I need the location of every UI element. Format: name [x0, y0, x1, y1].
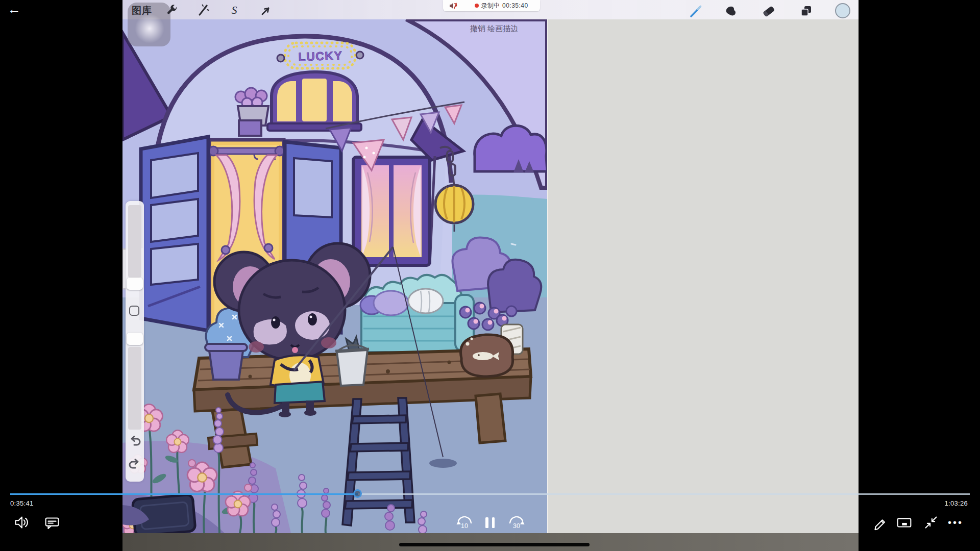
magic-wand-icon: [197, 4, 210, 17]
timeline-scrubber[interactable]: [353, 489, 362, 498]
opacity-track: [128, 347, 141, 430]
collapse-button[interactable]: [921, 512, 941, 533]
video-player-root: { "player": { "current_time": "0:35:41",…: [0, 0, 980, 551]
color-swatch-button[interactable]: [834, 2, 851, 19]
recording-bottom-strip: [122, 533, 859, 551]
pencil-icon: [870, 513, 889, 532]
pause-button[interactable]: [480, 512, 500, 533]
brush-size-track: [128, 205, 141, 278]
transform-button[interactable]: [257, 2, 274, 19]
actions-button[interactable]: [163, 2, 181, 19]
paint-brush-icon: [688, 4, 702, 18]
captions-button[interactable]: [42, 512, 62, 533]
eraser-icon: [762, 4, 776, 18]
current-time-label: 0:35:41: [10, 499, 33, 507]
selection-button[interactable]: S: [226, 2, 243, 19]
muted-mic-icon: [449, 2, 457, 10]
procreate-sidebar: [126, 201, 144, 482]
captions-icon: [42, 513, 62, 532]
exit-fullscreen-icon: [921, 513, 941, 532]
skip-forward-button[interactable]: 30: [506, 512, 527, 533]
edit-pencil-button[interactable]: [869, 512, 890, 533]
back-arrow-icon: ←: [8, 2, 21, 17]
layers-icon: [799, 4, 813, 18]
picture-in-picture-icon: [895, 513, 914, 532]
recording-status-text: 录制中: [481, 2, 500, 10]
volume-button[interactable]: [11, 512, 32, 533]
more-options-button[interactable]: •••: [945, 512, 966, 533]
gallery-button[interactable]: 图库: [132, 4, 152, 17]
opacity-slider[interactable]: [127, 333, 143, 345]
layers-button[interactable]: [797, 3, 815, 20]
wrench-icon: [165, 4, 179, 17]
undo-button[interactable]: [128, 434, 142, 448]
sign-text: LUCKY: [298, 48, 343, 63]
undo-toast: 撤销 绘画描边: [408, 24, 580, 34]
eraser-tool-button[interactable]: [760, 3, 777, 20]
modify-button[interactable]: [129, 306, 139, 316]
pause-icon: [485, 517, 495, 528]
canvas-empty-area[interactable]: [547, 19, 859, 533]
smudge-tool-button[interactable]: [722, 3, 740, 20]
speaker-icon: [12, 513, 31, 532]
forward-30-icon: 30: [506, 512, 527, 533]
duration-label: 1:03:26: [932, 499, 968, 507]
skip-back-button[interactable]: 10: [454, 512, 475, 533]
selection-s-icon: S: [232, 5, 237, 16]
back-button[interactable]: ←: [5, 0, 23, 18]
svg-text:30: 30: [513, 522, 520, 530]
recording-indicator[interactable]: 录制中 00:35:40: [443, 0, 540, 11]
color-swatch: [835, 3, 850, 18]
canvas-illustration: LUCKY: [122, 19, 547, 533]
redo-icon: [128, 457, 142, 471]
smudge-icon: [724, 4, 738, 18]
rewind-10-icon: 10: [454, 512, 475, 533]
brush-size-slider[interactable]: [127, 278, 143, 290]
video-frame: LUCKY: [122, 0, 859, 551]
recording-dot: [475, 4, 479, 8]
pip-button[interactable]: [894, 512, 915, 533]
left-door: [141, 137, 208, 331]
porch-lamp: [239, 120, 261, 136]
brush-tool-button[interactable]: [687, 3, 704, 20]
fishbowl: [461, 335, 513, 377]
svg-text:10: 10: [461, 522, 468, 530]
timeline-played: [10, 493, 358, 495]
transform-arrow-icon: [259, 4, 272, 17]
drawing-canvas[interactable]: LUCKY: [122, 19, 547, 533]
recording-elapsed-time: 00:35:40: [502, 2, 528, 9]
attic-window: [267, 72, 361, 131]
redo-button[interactable]: [128, 457, 142, 471]
procreate-toolbar: 图库 S 录: [122, 0, 859, 19]
undo-icon: [128, 434, 142, 448]
adjustments-button[interactable]: [194, 2, 212, 19]
more-dots-icon: •••: [948, 517, 963, 528]
home-indicator[interactable]: [399, 543, 590, 546]
